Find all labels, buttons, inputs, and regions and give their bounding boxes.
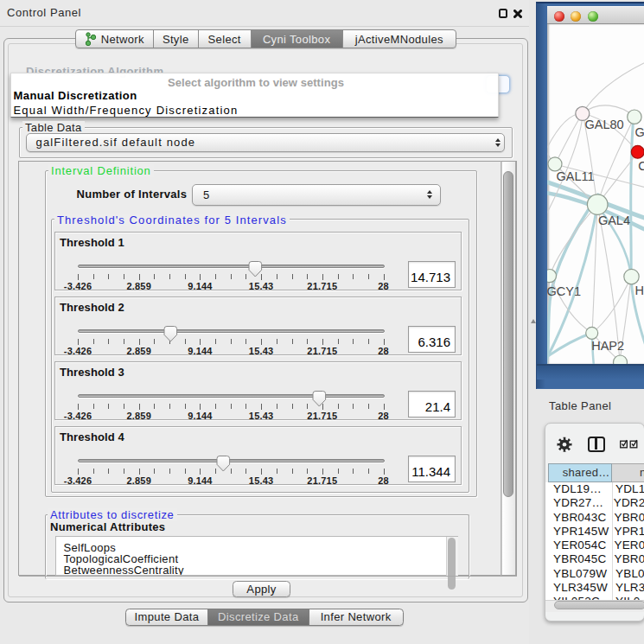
svg-text:C: C — [638, 159, 644, 173]
svg-text:GAL11: GAL11 — [556, 169, 594, 183]
svg-text:H: H — [634, 284, 643, 297]
svg-text:G: G — [634, 125, 644, 139]
svg-text:GCY1: GCY1 — [547, 284, 581, 298]
svg-text:GAL4: GAL4 — [597, 214, 629, 227]
svg-text:GAL80: GAL80 — [584, 118, 623, 131]
svg-text:HAP2: HAP2 — [591, 339, 624, 353]
